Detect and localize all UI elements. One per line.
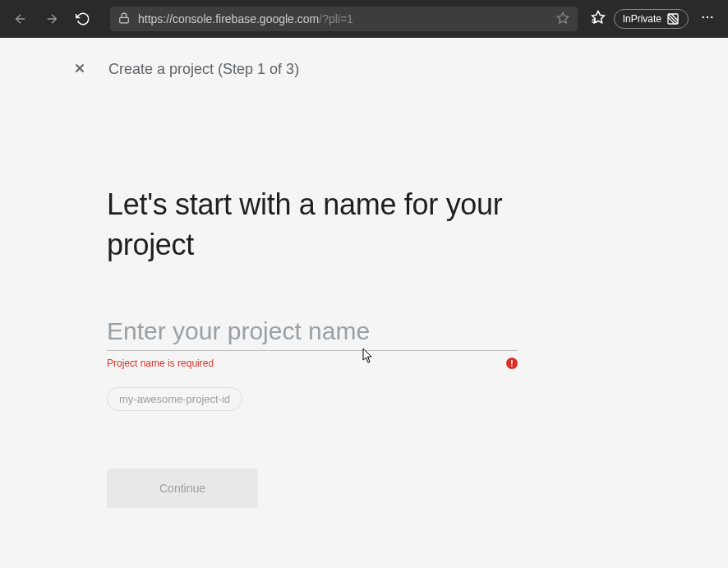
inprivate-icon [666, 12, 680, 25]
lock-icon [118, 12, 130, 26]
wizard-step-title: Create a project (Step 1 of 3) [108, 61, 299, 78]
more-menu-icon[interactable] [700, 10, 715, 28]
browser-toolbar: https://console.firebase.google.com/?pli… [0, 0, 728, 38]
svg-line-8 [668, 17, 675, 24]
inprivate-badge[interactable]: InPrivate [614, 9, 689, 29]
page-content: Create a project (Step 1 of 3) Let's sta… [0, 38, 728, 508]
close-icon[interactable] [72, 61, 87, 79]
wizard-header: Create a project (Step 1 of 3) [0, 38, 728, 95]
favorite-star-icon[interactable] [556, 12, 569, 27]
svg-point-11 [711, 16, 712, 18]
favorites-icon[interactable] [591, 10, 606, 28]
page-heading: Let's start with a name for your project [107, 185, 518, 265]
svg-marker-2 [592, 12, 604, 23]
svg-point-10 [707, 16, 708, 18]
error-message: Project name is required [107, 358, 214, 369]
refresh-button[interactable] [71, 7, 95, 31]
input-error-row: Project name is required ! [107, 358, 518, 369]
project-name-input[interactable] [107, 316, 518, 351]
back-button [8, 7, 33, 31]
address-bar[interactable]: https://console.firebase.google.com/?pli… [110, 7, 578, 31]
svg-rect-0 [120, 17, 129, 22]
continue-button[interactable]: Continue [107, 469, 258, 508]
wizard-body: Let's start with a name for your project… [0, 95, 624, 508]
project-id-chip: my-awesome-project-id [107, 387, 242, 411]
svg-marker-1 [557, 12, 568, 23]
svg-point-9 [703, 16, 704, 18]
project-name-field: Project name is required ! [107, 316, 518, 369]
forward-button [39, 7, 64, 31]
error-icon: ! [506, 358, 518, 369]
svg-line-7 [671, 14, 678, 21]
inprivate-label: InPrivate [623, 13, 661, 25]
url-text: https://console.firebase.google.com/?pli… [138, 12, 548, 25]
